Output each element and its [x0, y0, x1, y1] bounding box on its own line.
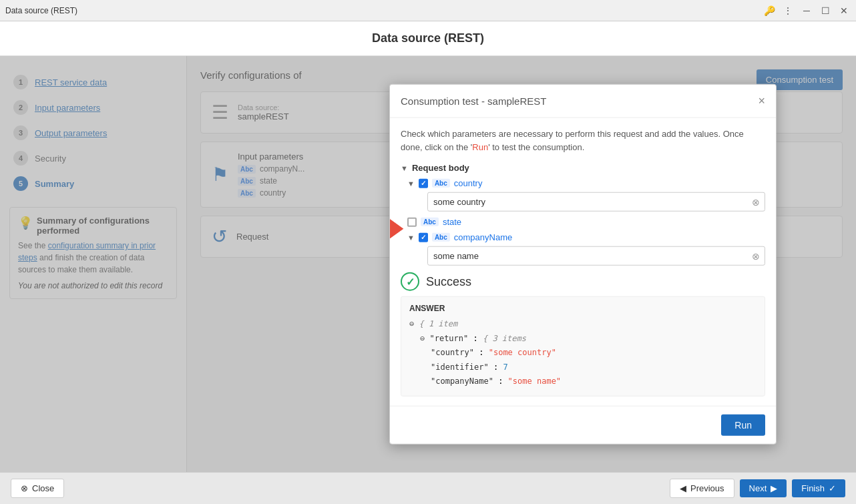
modal-body: Check which parameters are necessary to …: [390, 117, 776, 406]
request-body-label: Request body: [412, 163, 469, 173]
state-checkbox[interactable]: [407, 217, 417, 226]
tree-companyname-key: "companyName": [431, 376, 493, 386]
title-bar: Data source (REST) 🔑 ⋮ ─ ☐ ✕: [0, 0, 856, 21]
tree-return-key: "return": [429, 333, 468, 342]
title-bar-controls: 🔑 ⋮ ─ ☐ ✕: [763, 5, 851, 16]
tree-country-key: "country": [431, 348, 474, 357]
tree-colon-1: :: [473, 333, 483, 342]
param-header-country[interactable]: ▼ Abc country: [407, 178, 765, 188]
param-state-header[interactable]: Abc state: [407, 217, 765, 227]
tree-item-count-1: { 1 item: [419, 319, 457, 328]
svg-marker-0: [390, 217, 404, 241]
modal-title: Consumption test - sampleREST: [401, 95, 546, 106]
minimize-icon[interactable]: ─: [800, 5, 813, 16]
tree-row-2: ⊖ "return" : { 3 items: [409, 331, 757, 346]
modal-desc: Check which parameters are necessary to …: [401, 127, 765, 155]
answer-tree: ⊖ { 1 item ⊖ "return" : { 3 items "count…: [409, 317, 757, 389]
country-input-wrap: ⊗: [427, 192, 765, 212]
request-body-toggle[interactable]: ▼ Request body: [401, 163, 765, 173]
companyname-input[interactable]: [427, 246, 765, 266]
close-circle-icon: ⊗: [21, 483, 28, 493]
answer-section: ANSWER ⊖ { 1 item ⊖ "return" : { 3 items: [401, 296, 765, 397]
expand-icon-1[interactable]: ⊖: [409, 319, 414, 328]
country-abc: Abc: [432, 179, 450, 188]
main-title: Data source (REST): [372, 31, 484, 45]
country-input[interactable]: [427, 192, 765, 212]
tree-row-3: "country" : "some country": [409, 346, 757, 360]
finish-label: Finish: [801, 483, 825, 493]
close-icon[interactable]: ✕: [837, 5, 851, 16]
next-button[interactable]: Next ▶: [740, 479, 787, 497]
tree-colon-3: :: [493, 362, 503, 372]
tree-item-count-2: { 3 items: [483, 333, 526, 342]
next-label: Next: [749, 483, 767, 493]
tree-identifier-value: 7: [503, 362, 507, 372]
bottom-right: ◀ Previous Next ▶ Finish ✓: [670, 479, 845, 498]
state-param-name: state: [443, 217, 461, 227]
modal-header: Consumption test - sampleREST ×: [390, 84, 776, 117]
companyname-input-wrap: ⊗: [427, 246, 765, 266]
success-section: ✓ Success ANSWER ⊖ { 1 item ⊖ "return" :: [401, 272, 765, 397]
run-highlight: Run: [472, 142, 488, 152]
next-chevron-icon: ▶: [771, 483, 777, 493]
tree-country-value: "some country": [489, 348, 556, 357]
finish-check-icon: ✓: [829, 483, 836, 493]
companyname-param-name: companyName: [454, 232, 512, 242]
run-button[interactable]: Run: [721, 415, 765, 436]
companyname-chevron: ▼: [407, 233, 415, 241]
main-header: Data source (REST): [0, 21, 856, 56]
country-chevron: ▼: [407, 179, 415, 187]
more-icon[interactable]: ⋮: [781, 5, 795, 16]
key-icon[interactable]: 🔑: [763, 5, 776, 16]
close-button[interactable]: ⊗ Close: [11, 479, 64, 498]
companyname-abc: Abc: [432, 233, 450, 242]
bottom-left: ⊗ Close: [11, 479, 64, 498]
close-label: Close: [32, 483, 54, 493]
prev-label: Previous: [690, 483, 724, 493]
tree-companyname-value: "some name": [508, 376, 561, 386]
finish-button[interactable]: Finish ✓: [792, 479, 845, 497]
tree-row-4: "identifier" : 7: [409, 360, 757, 375]
answer-title: ANSWER: [409, 304, 757, 313]
success-label: Success: [426, 274, 471, 288]
previous-button[interactable]: ◀ Previous: [670, 479, 734, 498]
modal-footer: Run: [390, 406, 776, 444]
maximize-icon[interactable]: ☐: [819, 5, 832, 16]
red-arrow: [390, 217, 404, 241]
tree-colon-4: :: [498, 376, 507, 386]
request-body-chevron: ▼: [401, 164, 408, 172]
tree-colon-2: :: [479, 348, 488, 357]
content-area: 1 REST service data 2 Input parameters 3…: [0, 56, 856, 472]
consumption-test-modal: Consumption test - sampleREST × Check wh…: [389, 83, 777, 445]
param-group-companyname: ▼ Abc companyName ⊗: [407, 232, 765, 266]
title-bar-text: Data source (REST): [5, 6, 77, 15]
success-header: ✓ Success: [401, 272, 765, 291]
modal-close-button[interactable]: ×: [758, 93, 765, 107]
param-header-companyname[interactable]: ▼ Abc companyName: [407, 232, 765, 242]
companyname-checkbox[interactable]: [419, 232, 428, 242]
companyname-clear-icon[interactable]: ⊗: [752, 250, 760, 261]
state-abc: Abc: [421, 218, 439, 226]
bottom-bar: ⊗ Close ◀ Previous Next ▶ Finish ✓: [0, 472, 856, 504]
country-clear-icon[interactable]: ⊗: [752, 196, 760, 207]
param-group-country: ▼ Abc country ⊗: [407, 178, 765, 212]
param-group-state: Abc state: [407, 217, 765, 227]
success-icon: ✓: [401, 272, 419, 291]
expand-icon-2[interactable]: ⊖: [420, 333, 425, 342]
prev-chevron-icon: ◀: [680, 483, 686, 493]
country-checkbox[interactable]: [419, 178, 428, 188]
country-param-name: country: [454, 178, 483, 188]
tree-identifier-key: "identifier": [431, 362, 489, 372]
tree-row-1: ⊖ { 1 item: [409, 317, 757, 332]
tree-row-5: "companyName" : "some name": [409, 374, 757, 389]
